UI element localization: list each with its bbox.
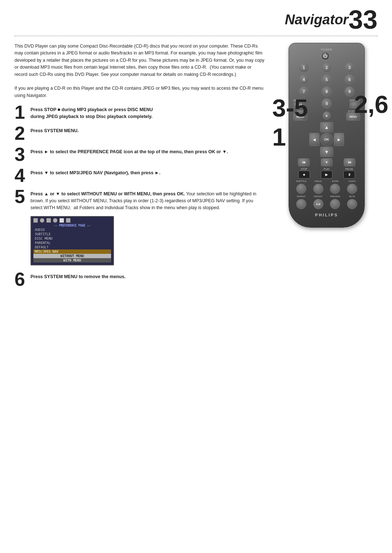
btn-1[interactable]: 1: [299, 62, 309, 73]
remote-wrapper: POWER ⏻ 1 2 3 4 5 6 7 8 9: [276, 43, 377, 228]
step-content-4: Press ▼ to select MP3/JPEG NAV (Navigato…: [30, 169, 265, 176]
page-number: 33: [348, 7, 377, 33]
power-area: POWER ⏻: [293, 48, 360, 60]
btn-3[interactable]: 3: [344, 62, 355, 73]
step-content-5: Press ▲ or ▼ to select WITHOUT MENU or W…: [30, 190, 265, 211]
stop-label: STOP: [293, 168, 315, 170]
btn-nav-left[interactable]: ◄: [309, 133, 319, 146]
step-content-6: Press SYSTEM MENU to remove the menus.: [30, 273, 377, 280]
repeat-ab-label: REPEAT: [310, 195, 326, 198]
btn-6[interactable]: 6: [344, 74, 355, 85]
btn-4[interactable]: 4: [299, 74, 309, 85]
audio-label: AUDIO: [344, 180, 360, 182]
btn-nav-right[interactable]: ►: [334, 133, 344, 146]
btn-5[interactable]: 5: [322, 74, 332, 85]
screen-item-mp3jpeg: MP3/JPEG NAV: [33, 249, 111, 254]
step-number-6: 6: [15, 270, 30, 289]
step-1: 1 Press STOP ■ during MP3 playback or pr…: [15, 106, 265, 122]
screen-item-parental: PARENTAL: [33, 241, 111, 245]
philips-logo: PHILIPS: [293, 213, 360, 217]
screen-icon-disc: [53, 218, 57, 223]
step-4: 4 Press ▼ to select MP3/JPEG NAV (Naviga…: [15, 169, 265, 185]
screen-item-default: DEFAULT: [33, 245, 111, 249]
nav-cross: ▲ ◄ OK ► ▼: [309, 122, 344, 157]
btn-prev[interactable]: ⏮: [298, 158, 310, 166]
mute-label: MUTE: [344, 195, 360, 198]
step-content-1: Press STOP ■ during MP3 playback or pres…: [30, 106, 265, 120]
steps-area: 1 Press STOP ■ during MP3 playback or pr…: [15, 106, 265, 265]
step-content-3: Press ► to select the PREFERENCE PAGE ic…: [30, 148, 265, 155]
btn-pause[interactable]: ⏸: [343, 171, 355, 179]
bottom-btn-row-1: [293, 184, 360, 194]
screen-icon-pref: [60, 218, 64, 223]
screen-icon-music: [40, 218, 44, 223]
preview-label: PREVIEW: [327, 195, 343, 198]
btn-subtitle[interactable]: [296, 184, 306, 194]
step-number-2: 2: [15, 124, 30, 143]
power-label: POWER: [321, 48, 332, 51]
overlay-step-35: 3-5: [272, 94, 308, 122]
step-number-5: 5: [15, 187, 30, 206]
angle-label: ANGLE: [310, 180, 326, 182]
step-3: 3 Press ► to select the PREFERENCE PAGE …: [15, 148, 265, 164]
btn-repeat-ab[interactable]: A-B: [313, 199, 323, 209]
step-5: 5 Press ▲ or ▼ to select WITHOUT MENU or…: [15, 190, 265, 211]
screen-page-label: -- PREFERENCE PAGE --: [33, 224, 111, 228]
screen-item-audio: AUDIO: [33, 228, 111, 232]
step-content-2: Press SYSTEM MENU.: [30, 127, 265, 134]
screen-icon-photo: [46, 218, 51, 223]
right-column: 3-5 2,6 1 POWER ⏻ 1 2: [276, 43, 377, 269]
number-grid: 1 2 3 4 5 6 7 8 9: [293, 62, 360, 97]
left-column: This DVD Player can play some Compact Di…: [15, 43, 265, 269]
zoom-label: ZOOM: [327, 180, 343, 182]
step-2: 2 Press SYSTEM MENU.: [15, 127, 265, 143]
btn-up-small[interactable]: ▲: [323, 111, 331, 119]
step-6: 6 Press SYSTEM MENU to remove the menus.: [15, 273, 377, 289]
step-number-3: 3: [15, 145, 30, 164]
bottom-labels-row: SUBTITLE ANGLE ZOOM AUDIO: [293, 180, 360, 182]
step-number-1: 1: [15, 103, 30, 122]
btn-play[interactable]: ▶: [321, 171, 332, 179]
btn-preview[interactable]: [330, 199, 340, 209]
btn-2[interactable]: 2: [322, 62, 332, 73]
repeat-label: REPEAT: [293, 195, 309, 198]
subtitle-label: SUBTITLE: [293, 180, 309, 182]
btn-next[interactable]: ⏭: [344, 158, 355, 166]
screen-icon-stop: [33, 218, 38, 223]
btn-0[interactable]: 0: [322, 98, 332, 109]
intro-paragraph: This DVD Player can play some Compact Di…: [15, 43, 265, 99]
remote-control: POWER ⏻ 1 2 3 4 5 6 7 8 9: [289, 43, 365, 228]
page-title: Navigator: [285, 12, 348, 28]
btn-ok[interactable]: OK: [320, 133, 333, 146]
screen-item-disc-menu: DISC MENU: [33, 236, 111, 241]
btn-nav-down-2[interactable]: ▼: [321, 158, 332, 166]
overlay-step-26: 2,6: [354, 90, 388, 118]
btn-repeat[interactable]: [296, 199, 306, 209]
btn-stop[interactable]: ■: [298, 171, 310, 179]
btn-angle[interactable]: [313, 184, 323, 194]
btn-zoom[interactable]: [330, 184, 340, 194]
section-below: 6 Press SYSTEM MENU to remove the menus.: [0, 273, 392, 289]
pause-label: PAUSE: [339, 168, 360, 170]
btn-audio[interactable]: [347, 184, 357, 194]
screen-without-menu: WITHOUT MENU: [33, 254, 111, 258]
screen-with-menu: WITH MENU: [33, 258, 111, 263]
bottom-btn-row-2: A-B: [293, 199, 360, 209]
screen-item-subtitle: SUBTITLE: [33, 232, 111, 236]
overlay-step-1: 1: [272, 123, 286, 151]
screen-icon-back: [66, 218, 70, 223]
screen-mockup: -- PREFERENCE PAGE -- AUDIO SUBTITLE DIS…: [30, 216, 114, 265]
screen-icons-row: [33, 218, 111, 223]
transport-row-1: ⏮ ▼ ⏭: [293, 158, 360, 166]
btn-9[interactable]: 9: [344, 86, 355, 97]
btn-nav-down[interactable]: ▼: [320, 147, 333, 157]
repeat-labels-row: REPEAT REPEAT PREVIEW MUTE: [293, 195, 360, 198]
btn-mute[interactable]: [347, 199, 357, 209]
power-button[interactable]: ⏻: [321, 52, 330, 60]
btn-8[interactable]: 8: [322, 86, 332, 97]
main-content: This DVD Player can play some Compact Di…: [0, 36, 392, 269]
play-label: PLAY: [316, 168, 337, 170]
btn-nav-up[interactable]: ▲: [320, 122, 333, 132]
step-number-4: 4: [15, 166, 30, 185]
page-header: Navigator 33: [0, 0, 392, 33]
